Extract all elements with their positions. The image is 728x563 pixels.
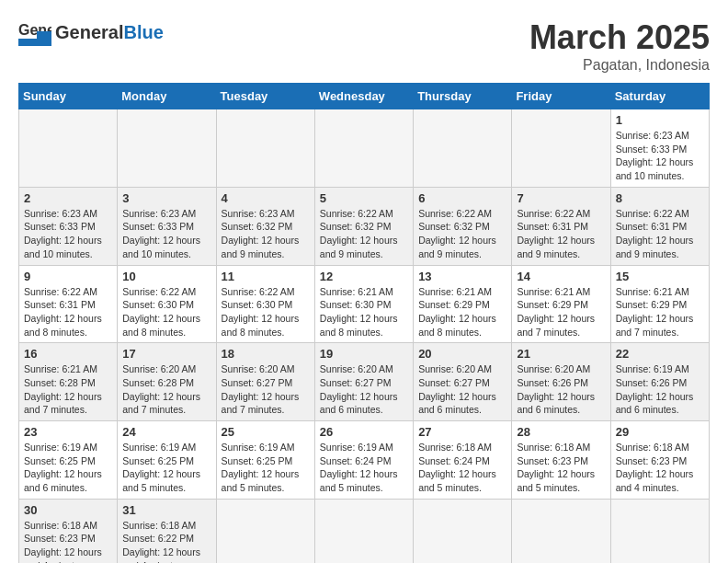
day-number: 18 [222, 347, 310, 361]
svg-marker-2 [37, 31, 51, 39]
day-number: 10 [122, 270, 210, 283]
calendar-week-row: 2Sunrise: 6:23 AM Sunset: 6:33 PM Daylig… [19, 187, 710, 265]
weekday-header-row: SundayMondayTuesdayWednesdayThursdayFrid… [19, 84, 710, 109]
day-info: Sunrise: 6:22 AM Sunset: 6:31 PM Dayligh… [517, 207, 605, 261]
day-number: 31 [122, 503, 210, 517]
calendar-cell: 26Sunrise: 6:19 AM Sunset: 6:24 PM Dayli… [314, 421, 413, 500]
day-number: 5 [320, 191, 408, 205]
calendar-week-row: 9Sunrise: 6:22 AM Sunset: 6:31 PM Daylig… [19, 265, 710, 343]
calendar-cell: 20Sunrise: 6:20 AM Sunset: 6:27 PM Dayli… [414, 343, 512, 421]
day-info: Sunrise: 6:20 AM Sunset: 6:28 PM Dayligh… [122, 362, 210, 417]
calendar-cell: 15Sunrise: 6:21 AM Sunset: 6:29 PM Dayli… [610, 265, 709, 343]
day-info: Sunrise: 6:19 AM Sunset: 6:26 PM Dayligh… [616, 362, 704, 417]
calendar-cell: 16Sunrise: 6:21 AM Sunset: 6:28 PM Dayli… [19, 343, 118, 421]
day-number: 27 [418, 425, 506, 439]
day-info: Sunrise: 6:18 AM Sunset: 6:23 PM Dayligh… [24, 519, 112, 563]
day-number: 23 [24, 425, 112, 439]
weekday-header-saturday: Saturday [610, 84, 709, 109]
calendar-cell [414, 499, 512, 563]
calendar-cell: 23Sunrise: 6:19 AM Sunset: 6:25 PM Dayli… [19, 421, 118, 500]
calendar-cell: 30Sunrise: 6:18 AM Sunset: 6:23 PM Dayli… [19, 499, 118, 563]
calendar-cell: 6Sunrise: 6:22 AM Sunset: 6:32 PM Daylig… [414, 187, 512, 265]
day-info: Sunrise: 6:22 AM Sunset: 6:32 PM Dayligh… [418, 207, 506, 261]
calendar-cell: 25Sunrise: 6:19 AM Sunset: 6:25 PM Dayli… [216, 421, 314, 500]
day-number: 22 [616, 347, 704, 361]
day-info: Sunrise: 6:22 AM Sunset: 6:30 PM Dayligh… [122, 285, 210, 339]
calendar-cell: 4Sunrise: 6:23 AM Sunset: 6:32 PM Daylig… [216, 187, 314, 265]
calendar-cell: 24Sunrise: 6:19 AM Sunset: 6:25 PM Dayli… [118, 421, 216, 500]
day-number: 19 [320, 347, 408, 361]
day-number: 4 [222, 191, 310, 205]
calendar-cell: 7Sunrise: 6:22 AM Sunset: 6:31 PM Daylig… [512, 187, 610, 265]
calendar-cell: 9Sunrise: 6:22 AM Sunset: 6:31 PM Daylig… [19, 265, 118, 343]
day-info: Sunrise: 6:19 AM Sunset: 6:25 PM Dayligh… [222, 441, 310, 495]
calendar-cell: 14Sunrise: 6:21 AM Sunset: 6:29 PM Dayli… [512, 265, 610, 343]
day-info: Sunrise: 6:18 AM Sunset: 6:23 PM Dayligh… [616, 441, 704, 495]
day-number: 1 [616, 113, 704, 127]
day-number: 7 [517, 191, 605, 205]
calendar-cell: 28Sunrise: 6:18 AM Sunset: 6:23 PM Dayli… [512, 421, 610, 500]
day-number: 26 [320, 425, 408, 439]
day-info: Sunrise: 6:22 AM Sunset: 6:32 PM Dayligh… [320, 207, 408, 261]
day-info: Sunrise: 6:23 AM Sunset: 6:33 PM Dayligh… [24, 207, 112, 261]
day-number: 3 [122, 191, 210, 205]
calendar-cell: 3Sunrise: 6:23 AM Sunset: 6:33 PM Daylig… [118, 187, 216, 265]
day-info: Sunrise: 6:23 AM Sunset: 6:33 PM Dayligh… [616, 129, 704, 183]
day-info: Sunrise: 6:20 AM Sunset: 6:26 PM Dayligh… [517, 362, 605, 417]
logo-icon: General [18, 18, 51, 46]
calendar-cell: 8Sunrise: 6:22 AM Sunset: 6:31 PM Daylig… [610, 187, 709, 265]
calendar-week-row: 23Sunrise: 6:19 AM Sunset: 6:25 PM Dayli… [19, 421, 710, 500]
day-number: 24 [122, 425, 210, 439]
calendar-cell [314, 499, 413, 563]
day-number: 15 [616, 270, 704, 283]
day-number: 11 [222, 270, 310, 283]
day-info: Sunrise: 6:20 AM Sunset: 6:27 PM Dayligh… [418, 362, 506, 417]
calendar-cell: 21Sunrise: 6:20 AM Sunset: 6:26 PM Dayli… [512, 343, 610, 421]
calendar-week-row: 30Sunrise: 6:18 AM Sunset: 6:23 PM Dayli… [19, 499, 710, 563]
day-number: 9 [24, 270, 112, 283]
day-info: Sunrise: 6:18 AM Sunset: 6:24 PM Dayligh… [418, 441, 506, 495]
weekday-header-tuesday: Tuesday [216, 84, 314, 109]
calendar-cell: 5Sunrise: 6:22 AM Sunset: 6:32 PM Daylig… [314, 187, 413, 265]
day-number: 12 [320, 270, 408, 283]
page-header: General GeneralBlue March 2025 Pagatan, … [18, 18, 710, 74]
calendar-cell [19, 109, 118, 188]
subtitle: Pagatan, Indonesia [529, 57, 710, 74]
day-info: Sunrise: 6:22 AM Sunset: 6:31 PM Dayligh… [616, 207, 704, 261]
calendar-cell: 18Sunrise: 6:20 AM Sunset: 6:27 PM Dayli… [216, 343, 314, 421]
logo: General GeneralBlue [18, 18, 164, 46]
day-number: 16 [24, 347, 112, 361]
day-number: 30 [24, 503, 112, 517]
day-number: 28 [517, 425, 605, 439]
day-info: Sunrise: 6:21 AM Sunset: 6:29 PM Dayligh… [418, 285, 506, 339]
calendar-cell: 11Sunrise: 6:22 AM Sunset: 6:30 PM Dayli… [216, 265, 314, 343]
day-number: 2 [24, 191, 112, 205]
day-info: Sunrise: 6:21 AM Sunset: 6:30 PM Dayligh… [320, 285, 408, 339]
calendar-week-row: 16Sunrise: 6:21 AM Sunset: 6:28 PM Dayli… [19, 343, 710, 421]
day-info: Sunrise: 6:19 AM Sunset: 6:24 PM Dayligh… [320, 441, 408, 495]
day-number: 14 [517, 270, 605, 283]
month-title: March 2025 [529, 18, 710, 57]
calendar-cell: 12Sunrise: 6:21 AM Sunset: 6:30 PM Dayli… [314, 265, 413, 343]
calendar-cell [118, 109, 216, 188]
calendar-cell: 2Sunrise: 6:23 AM Sunset: 6:33 PM Daylig… [19, 187, 118, 265]
day-info: Sunrise: 6:21 AM Sunset: 6:29 PM Dayligh… [517, 285, 605, 339]
calendar-table: SundayMondayTuesdayWednesdayThursdayFrid… [18, 83, 710, 563]
day-info: Sunrise: 6:19 AM Sunset: 6:25 PM Dayligh… [122, 441, 210, 495]
calendar-cell: 22Sunrise: 6:19 AM Sunset: 6:26 PM Dayli… [610, 343, 709, 421]
day-number: 8 [616, 191, 704, 205]
day-info: Sunrise: 6:18 AM Sunset: 6:23 PM Dayligh… [517, 441, 605, 495]
day-number: 13 [418, 270, 506, 283]
day-info: Sunrise: 6:23 AM Sunset: 6:33 PM Dayligh… [122, 207, 210, 261]
svg-marker-1 [18, 39, 51, 46]
calendar-cell [512, 499, 610, 563]
day-number: 20 [418, 347, 506, 361]
day-number: 17 [122, 347, 210, 361]
day-info: Sunrise: 6:21 AM Sunset: 6:28 PM Dayligh… [24, 362, 112, 417]
calendar-cell [216, 109, 314, 188]
weekday-header-monday: Monday [118, 84, 216, 109]
day-info: Sunrise: 6:22 AM Sunset: 6:31 PM Dayligh… [24, 285, 112, 339]
calendar-cell: 29Sunrise: 6:18 AM Sunset: 6:23 PM Dayli… [610, 421, 709, 500]
calendar-cell [512, 109, 610, 188]
day-info: Sunrise: 6:19 AM Sunset: 6:25 PM Dayligh… [24, 441, 112, 495]
